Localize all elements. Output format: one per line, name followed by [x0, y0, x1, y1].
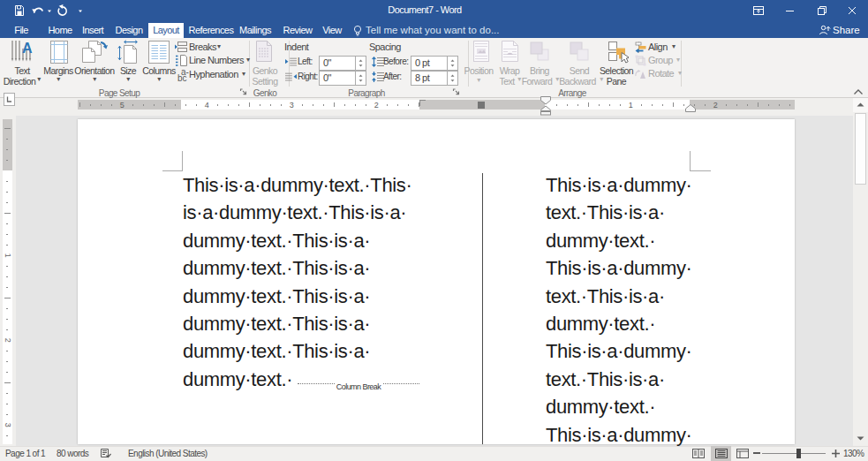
- svg-text:A: A: [22, 41, 33, 56]
